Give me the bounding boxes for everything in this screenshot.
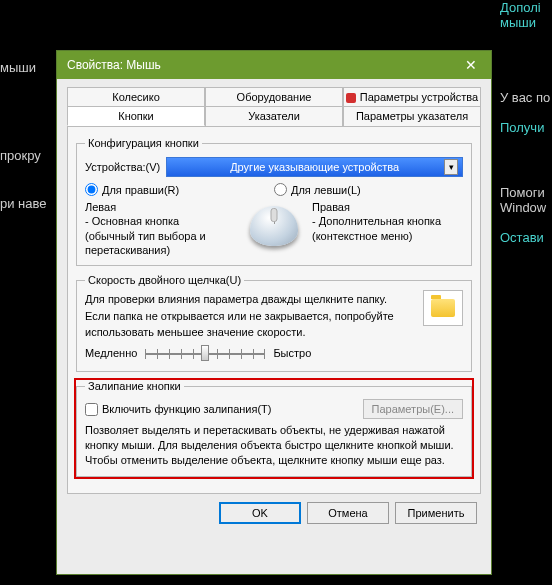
bg-text: Остави [500, 230, 544, 245]
radio-left-handed[interactable]: Для левши(L) [274, 183, 463, 196]
tab-body-buttons: Конфигурация кнопки Устройства:(V) Други… [67, 126, 481, 494]
synaptics-icon [346, 93, 356, 103]
cancel-button[interactable]: Отмена [307, 502, 389, 524]
speed-desc: Если папка не открывается или не закрыва… [85, 309, 415, 323]
device-value: Другие указывающие устройства [230, 161, 399, 173]
clicklock-settings-button: Параметры(E)... [363, 399, 463, 419]
bg-text: Window [500, 200, 546, 215]
tab-hardware[interactable]: Оборудование [205, 87, 343, 106]
radio-left-handed-input[interactable] [274, 183, 287, 196]
clicklock-label: Включить функцию залипания(T) [102, 403, 272, 415]
device-label: Устройства:(V) [85, 161, 160, 173]
speed-desc: использовать меньшее значение скорости. [85, 325, 415, 339]
mouse-properties-dialog: Свойства: Мышь ✕ Колесико Оборудование П… [56, 50, 492, 575]
bg-text: ри наве [0, 196, 47, 211]
slow-label: Медленно [85, 347, 137, 359]
radio-right-handed-input[interactable] [85, 183, 98, 196]
bg-text: Получи [500, 120, 544, 135]
tab-strip: Колесико Оборудование Параметры устройст… [57, 79, 491, 126]
bg-text: У вас по [500, 90, 550, 105]
dialog-buttons: OK Отмена Применить [57, 502, 491, 536]
group-legend: Скорость двойного щелчка(U) [85, 274, 244, 286]
group-clicklock: Залипание кнопки Включить функцию залипа… [76, 380, 472, 477]
tab-label: Параметры устройства [360, 91, 478, 103]
doubleclick-slider[interactable] [145, 343, 265, 363]
device-dropdown[interactable]: Другие указывающие устройства ▾ [166, 157, 463, 177]
group-legend: Залипание кнопки [85, 380, 184, 392]
bg-text: мыши [500, 15, 536, 30]
tab-wheel[interactable]: Колесико [67, 87, 205, 106]
radio-label-text: Для правши(R) [102, 184, 179, 196]
window-title: Свойства: Мышь [67, 58, 161, 72]
group-button-config: Конфигурация кнопки Устройства:(V) Други… [76, 137, 472, 266]
tab-pointers[interactable]: Указатели [205, 106, 343, 126]
right-button-desc: Правая - Дополнительная кнопка (контекст… [312, 200, 463, 257]
group-legend: Конфигурация кнопки [85, 137, 202, 149]
chevron-down-icon: ▾ [444, 159, 458, 175]
radio-label-text: Для левши(L) [291, 184, 361, 196]
mouse-illustration [244, 200, 304, 252]
tab-device-settings[interactable]: Параметры устройства [343, 87, 481, 106]
bg-text: Помоги [500, 185, 545, 200]
bg-text: Дополі [500, 0, 541, 15]
doubleclick-test-folder[interactable] [423, 290, 463, 326]
group-doubleclick-speed: Скорость двойного щелчка(U) Для проверки… [76, 274, 472, 372]
bg-text: мыши [0, 60, 36, 75]
bg-text: прокру [0, 148, 41, 163]
titlebar: Свойства: Мышь ✕ [57, 51, 491, 79]
speed-desc: Для проверки влияния параметра дважды ще… [85, 292, 415, 306]
fast-label: Быстро [273, 347, 311, 359]
tab-pointer-options[interactable]: Параметры указателя [343, 106, 481, 126]
left-button-desc: Левая - Основная кнопка (обычный тип выб… [85, 200, 236, 257]
folder-icon [431, 299, 455, 317]
close-button[interactable]: ✕ [451, 51, 491, 79]
apply-button[interactable]: Применить [395, 502, 477, 524]
ok-button[interactable]: OK [219, 502, 301, 524]
radio-right-handed[interactable]: Для правши(R) [85, 183, 274, 196]
clicklock-checkbox[interactable] [85, 403, 98, 416]
clicklock-description: Позволяет выделять и перетаскивать объек… [85, 423, 463, 468]
tab-buttons[interactable]: Кнопки [67, 106, 205, 126]
